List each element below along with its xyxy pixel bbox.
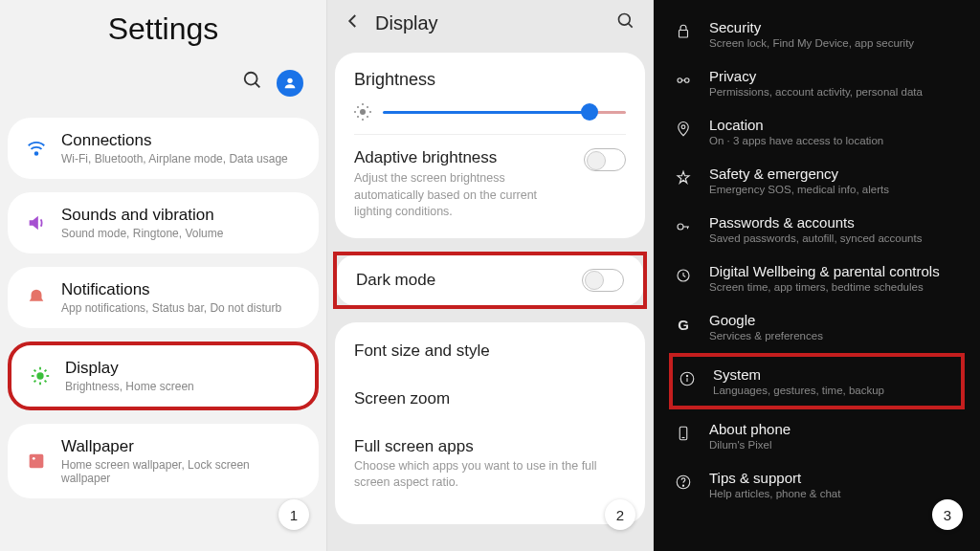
item-text: Display Brightness, Home screen — [65, 359, 194, 393]
lock-icon — [673, 21, 694, 42]
key-icon — [673, 216, 694, 237]
display-title: Display — [375, 12, 603, 34]
screen-zoom-item[interactable]: Screen zoom — [354, 376, 626, 424]
svg-point-19 — [685, 78, 690, 83]
item-security[interactable]: SecurityScreen lock, Find My Device, app… — [654, 10, 980, 58]
settings-screen: Settings Connections Wi-Fi, Bluetooth, A… — [0, 0, 326, 551]
adaptive-text: Adaptive brightness Adjust the screen br… — [354, 148, 574, 221]
display-header: Display — [327, 0, 653, 53]
brightness-card: Brightness Adaptive brightness Adjust th… — [335, 53, 645, 238]
wellbeing-icon — [673, 265, 694, 286]
privacy-icon — [673, 70, 694, 91]
settings-item-connections[interactable]: Connections Wi-Fi, Bluetooth, Airplane m… — [8, 118, 319, 179]
svg-point-4 — [36, 372, 43, 379]
adaptive-brightness-row[interactable]: Adaptive brightness Adjust the screen br… — [354, 134, 626, 221]
brightness-slider[interactable] — [383, 111, 626, 114]
svg-line-12 — [45, 370, 47, 372]
dark-mode-label: Dark mode — [356, 271, 435, 290]
svg-line-10 — [45, 381, 47, 383]
star-icon — [673, 167, 694, 188]
item-text: Sounds and vibration Sound mode, Rington… — [61, 206, 223, 240]
settings-item-wallpaper[interactable]: Wallpaper Home screen wallpaper, Lock sc… — [8, 424, 319, 498]
item-safety[interactable]: Safety & emergencyEmergency SOS, medical… — [654, 156, 980, 205]
svg-point-28 — [686, 375, 687, 376]
font-size-item[interactable]: Font size and style — [354, 328, 626, 376]
item-text: Wallpaper Home screen wallpaper, Lock sc… — [61, 437, 301, 485]
google-icon: G — [673, 314, 694, 335]
step-badge: 3 — [932, 499, 963, 530]
svg-line-1 — [256, 83, 260, 88]
search-icon[interactable] — [616, 11, 635, 35]
item-google[interactable]: G GoogleServices & preferences — [654, 302, 980, 351]
svg-line-9 — [34, 370, 36, 372]
display-screen: Display Brightness Adaptive brightness A… — [326, 0, 654, 551]
help-icon — [673, 472, 694, 493]
svg-point-22 — [678, 224, 683, 230]
step-badge: 1 — [278, 499, 309, 530]
wallpaper-icon — [25, 450, 48, 473]
svg-point-14 — [33, 457, 35, 460]
settings-item-display[interactable]: Display Brightness, Home screen — [8, 342, 319, 410]
brightness-low-icon — [354, 103, 371, 121]
item-text: Connections Wi-Fi, Bluetooth, Airplane m… — [61, 131, 288, 165]
header-actions — [0, 70, 326, 118]
dark-mode-highlight: Dark mode — [333, 252, 647, 309]
item-privacy[interactable]: PrivacyPermissions, account activity, pe… — [654, 58, 980, 107]
item-tips[interactable]: Tips & supportHelp articles, phone & cha… — [654, 460, 980, 509]
svg-rect-17 — [679, 31, 688, 38]
svg-point-3 — [35, 152, 38, 155]
svg-point-2 — [287, 78, 292, 83]
dark-mode-row[interactable]: Dark mode — [337, 255, 643, 305]
settings-item-notifications[interactable]: Notifications App notifications, Status … — [8, 267, 319, 328]
svg-rect-13 — [30, 454, 44, 469]
svg-point-0 — [245, 73, 257, 85]
item-system[interactable]: SystemLanguages, gestures, time, backup — [677, 363, 957, 400]
profile-avatar[interactable] — [277, 70, 303, 97]
system-highlight: SystemLanguages, gestures, time, backup — [669, 353, 965, 409]
svg-point-15 — [619, 14, 631, 26]
svg-point-18 — [678, 78, 682, 83]
page-title: Settings — [0, 0, 326, 70]
svg-line-16 — [629, 24, 633, 28]
item-location[interactable]: LocationOn · 3 apps have access to locat… — [654, 107, 980, 156]
wifi-icon — [25, 137, 48, 160]
full-screen-apps-item[interactable]: Full screen apps Choose which apps you w… — [354, 424, 626, 505]
pin-icon — [673, 119, 694, 140]
svg-point-32 — [682, 485, 683, 486]
dark-mode-toggle[interactable] — [582, 269, 624, 292]
svg-point-21 — [681, 125, 685, 129]
adaptive-toggle[interactable] — [584, 148, 626, 171]
display-options-list: Font size and style Screen zoom Full scr… — [335, 322, 645, 524]
phone-icon — [673, 423, 694, 444]
back-icon[interactable] — [345, 12, 362, 34]
item-passwords[interactable]: Passwords & accountsSaved passwords, aut… — [654, 205, 980, 253]
pixel-settings-screen: SecurityScreen lock, Find My Device, app… — [654, 0, 980, 551]
svg-line-11 — [34, 381, 36, 383]
pixel-list: SecurityScreen lock, Find My Device, app… — [654, 0, 980, 509]
settings-item-sounds[interactable]: Sounds and vibration Sound mode, Rington… — [8, 192, 319, 253]
search-icon[interactable] — [242, 70, 263, 97]
sound-icon — [25, 211, 48, 234]
item-wellbeing[interactable]: Digital Wellbeing & parental controlsScr… — [654, 253, 980, 302]
bell-icon — [25, 286, 48, 309]
brightness-header: Brightness — [354, 70, 626, 90]
item-about[interactable]: About phoneDilum's Pixel — [654, 411, 980, 460]
brightness-row — [354, 103, 626, 121]
item-text: Notifications App notifications, Status … — [61, 280, 281, 315]
step-badge: 2 — [605, 499, 635, 530]
brightness-icon — [29, 364, 52, 387]
info-icon — [677, 368, 698, 389]
